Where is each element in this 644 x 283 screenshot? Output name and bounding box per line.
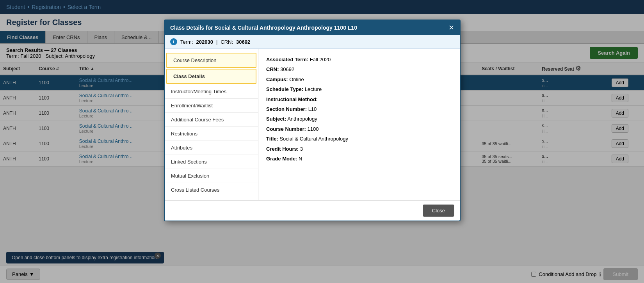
modal-nav: Course Description Class Details Instruc… (165, 49, 258, 200)
page-background: Student • Registration • Select a Term R… (0, 0, 644, 283)
modal-nav-restrictions[interactable]: Restrictions (165, 127, 258, 141)
detail-crn: CRN: 30692 (266, 65, 452, 74)
modal-body: Course Description Class Details Instruc… (165, 49, 460, 200)
term-label: Term: (180, 39, 193, 45)
modal-nav-linked-sections[interactable]: Linked Sections (165, 155, 258, 169)
detail-subject: Subject: Anthropology (266, 114, 452, 123)
modal-nav-mutual-exclusion[interactable]: Mutual Exclusion (165, 169, 258, 183)
modal-nav-enrollment-waitlist[interactable]: Enrollment/Waitlist (165, 99, 258, 113)
detail-campus: Campus: Online (266, 75, 452, 84)
term-value: 202030 (196, 39, 213, 45)
modal-close-x-button[interactable]: ✕ (448, 24, 454, 31)
modal-close-button[interactable]: Close (423, 205, 454, 217)
modal-nav-class-details[interactable]: Class Details (166, 69, 256, 84)
crn-value: 30692 (236, 39, 250, 45)
detail-instructional-method: Instructional Method: (266, 95, 452, 104)
modal-nav-additional-course-fees[interactable]: Additional Course Fees (165, 113, 258, 127)
modal-title: Class Details for Social & Cultural Anth… (170, 25, 357, 31)
modal-footer: Close (165, 200, 460, 221)
detail-schedule-type: Schedule Type: Lecture (266, 85, 452, 94)
modal-nav-cross-listed-courses[interactable]: Cross Listed Courses (165, 183, 258, 197)
detail-course-number: Course Number: 1100 (266, 125, 452, 133)
detail-title: Title: Social & Cultural Anthropology (266, 134, 452, 143)
detail-credit-hours: Credit Hours: 3 (266, 144, 452, 153)
modal-titlebar: Class Details for Social & Cultural Anth… (165, 20, 460, 35)
detail-associated-term: Associated Term: Fall 2020 (266, 55, 452, 64)
detail-grade-mode: Grade Mode: N (266, 154, 452, 163)
modal-nav-instructor-meeting-times[interactable]: Instructor/Meeting Times (165, 85, 258, 99)
pipe-sep: | (216, 39, 217, 45)
detail-section-number: Section Number: L10 (266, 105, 452, 114)
crn-label: CRN: (221, 39, 233, 45)
class-details-modal: Class Details for Social & Cultural Anth… (164, 20, 461, 221)
modal-info-bar: i Term: 202030 | CRN: 30692 (165, 35, 460, 49)
modal-detail-pane: Associated Term: Fall 2020 CRN: 30692 Ca… (258, 49, 460, 200)
info-icon: i (170, 38, 177, 45)
modal-nav-attributes[interactable]: Attributes (165, 141, 258, 155)
modal-nav-course-description[interactable]: Course Description (166, 53, 256, 68)
